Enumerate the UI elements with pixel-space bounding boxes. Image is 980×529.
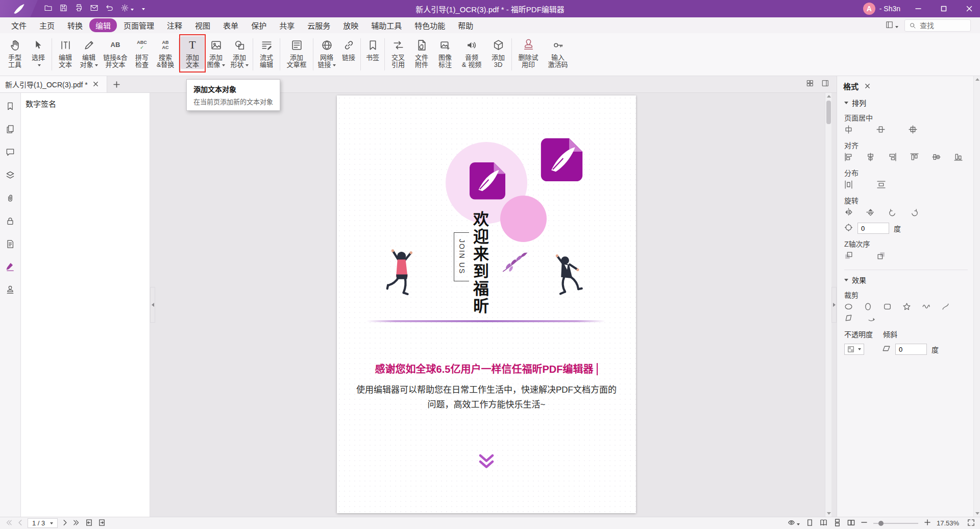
continuous-scroll-icon[interactable] — [834, 519, 841, 528]
pages-panel-icon[interactable] — [4, 123, 16, 135]
menu-protect[interactable]: 保护 — [245, 18, 273, 32]
zoom-slider[interactable] — [873, 523, 918, 524]
crop-freeform-icon[interactable] — [868, 314, 876, 324]
collapse-left-panel-handle[interactable] — [150, 287, 155, 323]
bring-forward-icon[interactable] — [844, 251, 853, 261]
section-arrange[interactable]: 排列 — [844, 98, 968, 108]
page-number-box[interactable]: 1 / 3 — [28, 518, 58, 528]
stamps-panel-icon[interactable] — [4, 284, 16, 296]
ribbon-link[interactable]: 链接 — [338, 36, 359, 69]
zoom-slider-knob[interactable] — [878, 521, 884, 526]
ribbon-bookmark[interactable]: 书签 — [362, 36, 383, 69]
ribbon-edit-object[interactable]: 编辑 对象 — [77, 36, 101, 69]
align-top-icon[interactable] — [910, 153, 919, 163]
menu-form[interactable]: 表单 — [217, 18, 244, 32]
open-folder-icon[interactable] — [44, 4, 53, 14]
ribbon-enter-activation-code[interactable]: 输入 激活码 — [543, 36, 573, 69]
crop-rounded-rect-icon[interactable] — [883, 302, 892, 312]
crop-wave-icon[interactable] — [922, 302, 930, 312]
scroll-up-icon[interactable] — [827, 95, 831, 98]
attachments-panel-icon[interactable] — [4, 192, 16, 204]
next-page-icon[interactable] — [63, 519, 68, 527]
crop-star-icon[interactable] — [902, 302, 911, 312]
ribbon-edit-text[interactable]: 编辑 文本 — [54, 36, 77, 69]
section-effects[interactable]: 效果 — [844, 270, 968, 285]
rotate-angle-input[interactable] — [857, 223, 889, 234]
tab-grid-icon[interactable] — [806, 79, 814, 89]
ribbon-link-merge-text[interactable]: AB 链接&合 并文本 — [101, 36, 130, 69]
format-panel-close-icon[interactable] — [865, 82, 870, 91]
ribbon-file-attachment[interactable]: 文件 附件 — [410, 36, 433, 69]
first-page-icon[interactable] — [5, 519, 12, 527]
minimize-button[interactable] — [908, 0, 929, 17]
menu-edit[interactable]: 编辑 — [89, 18, 117, 32]
distribute-vertical-icon[interactable] — [877, 180, 886, 190]
menu-convert[interactable]: 转换 — [61, 18, 89, 32]
print-icon[interactable] — [75, 4, 83, 14]
menu-accessibility[interactable]: 辅助工具 — [365, 18, 408, 32]
comments-panel-icon[interactable] — [4, 146, 16, 158]
next-view-icon[interactable] — [98, 519, 106, 528]
menu-share[interactable]: 共享 — [273, 18, 301, 32]
ribbon-add-text[interactable]: T 添加 文本 — [181, 36, 204, 69]
digital-signature-panel-icon[interactable] — [4, 261, 16, 273]
menu-present[interactable]: 放映 — [337, 18, 364, 32]
bookmarks-panel-icon[interactable] — [4, 100, 16, 112]
scrollbar-thumb[interactable] — [826, 101, 831, 124]
security-panel-icon[interactable] — [4, 215, 16, 227]
ribbon-add-article-box[interactable]: 添加 文章框 — [282, 36, 311, 69]
pdf-page[interactable]: JOIN US 欢迎来到福昕 感谢您如全球6.5亿用户一样信任福昕PDF编辑器 … — [337, 95, 636, 513]
collapse-right-panel-handle[interactable] — [831, 287, 837, 323]
user-name[interactable]: - Sh3n — [879, 5, 900, 13]
view-mode-icon[interactable] — [788, 519, 800, 528]
ribbon-spell-check[interactable]: ABC✓ 拼写 检查 — [130, 36, 154, 69]
save-icon[interactable] — [59, 4, 68, 14]
page-display-icon[interactable] — [885, 20, 898, 31]
canvas-scrollbar[interactable] — [825, 93, 831, 517]
flip-vertical-icon[interactable] — [866, 208, 875, 218]
tab-close-icon[interactable] — [93, 80, 99, 88]
document-tab[interactable]: 新人引导(1)_OCR(3).pdf * — [0, 76, 107, 92]
rotate-right-icon[interactable] — [910, 208, 919, 218]
fields-panel-icon[interactable] — [4, 238, 16, 250]
align-bottom-icon[interactable] — [954, 153, 963, 163]
ribbon-select-tool[interactable]: 选择 — [27, 36, 50, 69]
menu-view[interactable]: 视图 — [189, 18, 216, 32]
format-panel-scrollbar[interactable] — [973, 76, 980, 517]
scroll-down-icon[interactable] — [827, 512, 831, 515]
gear-icon[interactable] — [120, 4, 134, 14]
menu-page-organize[interactable]: 页面管理 — [117, 18, 160, 32]
previous-page-icon[interactable] — [17, 519, 22, 527]
tab-panel-icon[interactable] — [821, 79, 829, 89]
find-input[interactable] — [920, 21, 966, 30]
menu-home[interactable]: 主页 — [33, 18, 61, 32]
center-horizontal-icon[interactable] — [844, 125, 853, 135]
close-button[interactable] — [959, 0, 980, 17]
user-avatar[interactable]: A — [863, 3, 875, 15]
scroll-down-icon[interactable] — [975, 512, 979, 515]
menu-file[interactable]: 文件 — [5, 18, 33, 32]
zoom-out-icon[interactable] — [861, 519, 867, 527]
ribbon-add-image[interactable]: 添加 图像 — [204, 36, 228, 69]
fullscreen-icon[interactable] — [967, 519, 975, 528]
maximize-button[interactable] — [933, 0, 954, 17]
single-page-icon[interactable] — [806, 519, 814, 528]
crop-curve-icon[interactable] — [941, 302, 950, 312]
menu-cloud[interactable]: 云服务 — [301, 18, 336, 32]
crop-ellipse-icon[interactable] — [844, 302, 853, 312]
undo-icon[interactable] — [105, 4, 114, 14]
find-box[interactable] — [904, 19, 971, 32]
send-backward-icon[interactable] — [877, 251, 886, 261]
ribbon-audio-video[interactable]: 音频 & 视频 — [457, 36, 486, 69]
ribbon-hand-tool[interactable]: 手型 工具 — [3, 36, 27, 69]
ribbon-remove-trial-stamp[interactable]: 删除试 用印 — [513, 36, 543, 69]
align-center-icon[interactable] — [866, 153, 875, 163]
center-both-icon[interactable] — [909, 125, 917, 135]
ribbon-add-3d[interactable]: 添加 3D — [486, 36, 510, 69]
crop-polygon-icon[interactable] — [844, 314, 853, 324]
opacity-dropdown[interactable] — [844, 344, 864, 355]
distribute-horizontal-icon[interactable] — [844, 180, 853, 190]
menu-help[interactable]: 帮助 — [452, 18, 479, 32]
new-tab-button[interactable] — [107, 76, 126, 92]
ribbon-flow-edit[interactable]: 流式 编辑 — [255, 36, 278, 69]
